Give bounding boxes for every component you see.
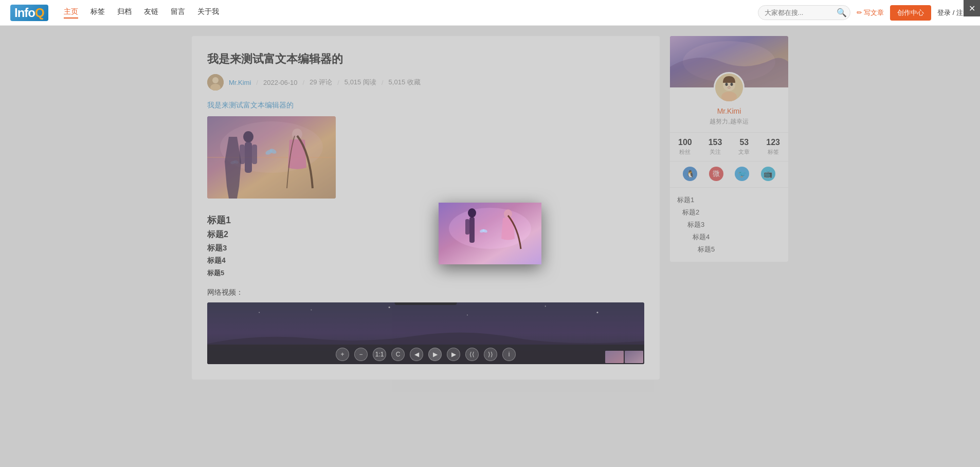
sidebar-author-name[interactable]: Mr.Kimi [670, 107, 788, 115]
video-tooltip: 啪啪啪 (242 × 150) [394, 302, 457, 305]
stat-following[interactable]: 153 关注 [709, 138, 722, 156]
sidebar-stats: 100 粉丝 153 关注 53 文章 123 标签 [670, 132, 788, 161]
article-image-left[interactable] [207, 116, 336, 199]
stat-articles-label: 文章 [738, 148, 750, 156]
svg-point-27 [467, 315, 468, 316]
svg-point-22 [233, 160, 239, 164]
stat-articles[interactable]: 53 文章 [738, 138, 750, 156]
svg-rect-30 [605, 351, 624, 363]
play-button[interactable]: ▶ [428, 348, 442, 361]
svg-point-1 [449, 208, 531, 249]
step-back-button[interactable]: ⟨⟨ [465, 348, 479, 361]
create-button[interactable]: 创作中心 [890, 5, 931, 21]
nav-home[interactable]: 主页 [64, 7, 78, 19]
lightbox-image[interactable] [439, 203, 541, 264]
article-reads: 5,015 阅读 [344, 78, 376, 87]
video-section-label: 网络视频： [207, 288, 644, 297]
author-avatar-large[interactable] [714, 72, 745, 103]
table-of-contents: 标题1 标题2 标题3 标题4 标题5 [670, 187, 788, 262]
article-comments: 29 评论 [310, 78, 332, 87]
stat-fans-num: 100 [678, 138, 692, 147]
meta-divider-1: / [256, 79, 258, 86]
article-date: 2022-06-10 [263, 79, 298, 86]
svg-rect-31 [625, 351, 643, 363]
heading-5: 标题5 [207, 268, 644, 278]
article-link[interactable]: 我是来测试富文本编辑器的 [207, 101, 644, 110]
step-fwd-button[interactable]: ⟩⟩ [484, 348, 497, 361]
stat-following-num: 153 [709, 138, 722, 147]
nav-tags[interactable]: 标签 [90, 7, 105, 19]
search-box: 🔍 [758, 5, 850, 20]
stat-fans[interactable]: 100 粉丝 [678, 138, 692, 156]
svg-point-25 [311, 309, 312, 310]
stat-tags-label: 标签 [766, 148, 780, 156]
next-button[interactable]: ▶ [447, 348, 460, 361]
nav-about[interactable]: 关于我 [197, 7, 219, 19]
svg-point-24 [259, 312, 260, 313]
toc-item-2[interactable]: 标题3 [677, 219, 781, 231]
rotate-button[interactable]: C [391, 348, 405, 361]
main-nav: 主页 标签 归档 友链 留言 关于我 [64, 7, 219, 19]
toc-item-0[interactable]: 标题1 [677, 194, 781, 206]
heading-3: 标题3 [207, 243, 644, 253]
toc-item-3[interactable]: 标题4 [677, 231, 781, 243]
svg-rect-16 [240, 145, 245, 164]
meta-divider-4: / [382, 79, 384, 86]
search-input[interactable] [765, 9, 837, 16]
write-button[interactable]: ✏ 写文章 [857, 8, 884, 17]
video-player[interactable]: 啪啪啪 (242 × 150) + − 1:1 C ◀ ▶ ▶ ⟨⟨ ⟩⟩ i [207, 302, 644, 364]
svg-point-14 [243, 131, 253, 142]
meta-divider-2: / [302, 79, 304, 86]
svg-point-9 [212, 77, 219, 83]
stat-tags[interactable]: 123 标签 [766, 138, 780, 156]
info-button[interactable]: i [502, 348, 516, 361]
video-controls-bar: + − 1:1 C ◀ ▶ ▶ ⟨⟨ ⟩⟩ i [207, 345, 644, 364]
toc-item-4[interactable]: 标题5 [677, 243, 781, 256]
nav-archive[interactable]: 归档 [117, 7, 132, 19]
svg-point-2 [468, 208, 476, 218]
svg-point-26 [389, 307, 390, 308]
qq-icon[interactable]: 🐧 [683, 167, 697, 181]
twitter-icon[interactable]: 🐦 [735, 167, 749, 181]
article-headings: 标题1 标题2 标题3 标题4 标题5 [207, 214, 644, 278]
stat-tags-num: 123 [766, 138, 780, 147]
svg-rect-15 [245, 142, 252, 173]
svg-point-12 [220, 121, 323, 173]
bilibili-icon[interactable]: 📺 [761, 167, 775, 181]
prev-button[interactable]: ◀ [410, 348, 423, 361]
close-corner-button[interactable]: ✕ [964, 0, 980, 16]
meta-divider-3: / [337, 79, 339, 86]
logo[interactable]: InfoQ [10, 5, 48, 21]
toc-item-1[interactable]: 标题2 [677, 206, 781, 219]
article-collects: 5,015 收藏 [389, 78, 421, 87]
filmstrip-thumb-2[interactable] [625, 351, 643, 363]
svg-point-38 [729, 86, 730, 87]
article-images-row [207, 116, 644, 199]
svg-rect-17 [252, 145, 257, 164]
heading-1: 标题1 [207, 214, 644, 226]
nav-message[interactable]: 留言 [171, 7, 185, 19]
stat-fans-label: 粉丝 [678, 148, 692, 156]
zoom-in-button[interactable]: + [336, 348, 349, 361]
svg-point-5 [504, 209, 512, 219]
author-name[interactable]: Mr.Kimi [229, 79, 251, 86]
zoom-out-button[interactable]: − [354, 348, 368, 361]
svg-point-21 [230, 160, 235, 165]
avatar-wrapper [670, 72, 788, 103]
nav-links[interactable]: 友链 [144, 7, 158, 19]
heading-4: 标题4 [207, 256, 644, 265]
svg-rect-4 [465, 219, 469, 235]
author-avatar[interactable] [207, 74, 224, 91]
weibo-icon[interactable]: 微 [709, 167, 723, 181]
sidebar-motto: 越努力,越幸运 [670, 117, 788, 126]
sidebar-card: Mr.Kimi 越努力,越幸运 100 粉丝 153 关注 53 文章 123 [670, 36, 788, 262]
article-meta: Mr.Kimi / 2022-06-10 / 29 评论 / 5,015 阅读 … [207, 74, 644, 91]
filmstrip-thumb-1[interactable] [605, 351, 624, 363]
svg-point-36 [725, 83, 728, 86]
article-title: 我是来测试富文本编辑器的 [207, 51, 644, 67]
reset-button[interactable]: 1:1 [373, 348, 386, 361]
stat-following-label: 关注 [709, 148, 722, 156]
filmstrip [604, 350, 644, 364]
search-button[interactable]: 🔍 [837, 8, 847, 17]
logo-highlight: Q [35, 6, 44, 20]
